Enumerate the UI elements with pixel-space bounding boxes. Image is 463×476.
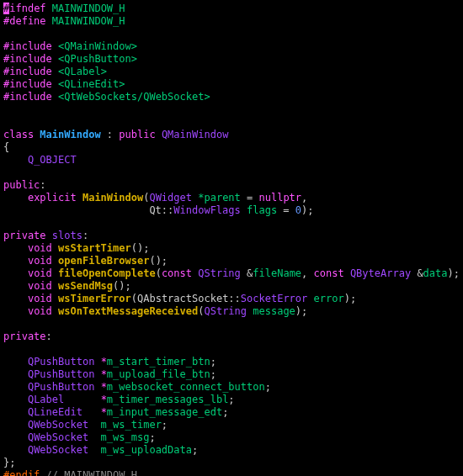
nullptr: nullptr xyxy=(259,192,302,204)
q-object-macro: Q_OBJECT xyxy=(28,154,77,166)
include-path-0: <QMainWindow> xyxy=(58,40,137,52)
brace-close: }; xyxy=(3,457,15,468)
ptr-star: * xyxy=(101,406,107,418)
kw-explicit: explicit xyxy=(28,192,77,204)
member-type: QPushButton xyxy=(28,368,94,380)
include-path-4: <QtWebSockets/QWebSocket> xyxy=(58,91,210,103)
constructor: MainWindow xyxy=(82,192,143,204)
section-private-2: private xyxy=(3,331,46,342)
pp-endif: #endif xyxy=(3,469,40,476)
kw-public: public xyxy=(119,129,155,140)
member-type: QLabel xyxy=(28,394,64,405)
brace-open: { xyxy=(3,141,9,153)
guard-macro-2: MAINWINDOW_H xyxy=(52,15,125,27)
member-name: m_ws_timer xyxy=(101,419,162,431)
member-name: m_ws_msg xyxy=(101,431,150,443)
ns-qt: Qt xyxy=(149,204,161,216)
section-private: private xyxy=(3,230,46,241)
section-public: public xyxy=(3,179,40,191)
ptr-star: * xyxy=(101,394,107,405)
endif-comment: // MAINWINDOW_H xyxy=(46,469,137,476)
ptr-star: * xyxy=(101,381,107,393)
slot-fileOpenComplete: fileOpenComplete xyxy=(58,267,156,279)
pp-define: #define xyxy=(3,15,46,27)
kw-slots: slots xyxy=(52,230,82,241)
pp-ifndef: ifndef xyxy=(9,3,45,14)
class-name: MainWindow xyxy=(40,129,100,140)
member-type: QWebSocket xyxy=(28,431,88,443)
member-type: QLineEdit xyxy=(28,406,82,418)
guard-macro: MAINWINDOW_H xyxy=(52,3,125,14)
slot-wsStartTimer: wsStartTimer xyxy=(58,242,131,254)
member-type: QPushButton xyxy=(28,381,94,393)
include-path-1: <QPushButton> xyxy=(58,53,137,65)
member-type: QWebSocket xyxy=(28,444,88,456)
member-name: m_ws_uploadData xyxy=(101,444,192,456)
member-name: m_input_message_edt xyxy=(107,406,222,418)
pp-include: #include xyxy=(3,66,52,77)
member-type: QWebSocket xyxy=(28,419,88,431)
member-name: m_websocket_connect_button xyxy=(107,381,265,393)
slot-wsOnTextMessageReceived: wsOnTextMessageReceived xyxy=(58,305,198,317)
ptr-star: * xyxy=(101,356,107,368)
include-path-2: <QLabel> xyxy=(58,66,107,77)
member-type: QPushButton xyxy=(28,356,94,368)
param-parent: *parent xyxy=(198,192,241,204)
member-name: m_upload_file_btn xyxy=(107,368,210,380)
slot-wsTimerError: wsTimerError xyxy=(58,293,131,304)
slot-wsSendMsg: wsSendMsg xyxy=(58,280,113,292)
base-class: QMainWindow xyxy=(162,129,228,140)
pp-include: #include xyxy=(3,78,52,90)
ptr-star: * xyxy=(101,368,107,380)
type-windowflags: WindowFlags xyxy=(173,204,240,216)
pp-include: #include xyxy=(3,40,52,52)
pp-include: #include xyxy=(3,91,52,103)
include-path-3: <QLineEdit> xyxy=(58,78,125,90)
slot-openFileBrowser: openFileBrowser xyxy=(58,255,149,267)
param-flags: flags xyxy=(247,204,277,216)
kw-class: class xyxy=(3,129,34,140)
pp-include: #include xyxy=(3,53,52,65)
member-name: m_timer_messages_lbl xyxy=(107,394,229,405)
type-qwidget: QWidget xyxy=(149,192,192,204)
code-editor: #ifndef MAINWINDOW_H #define MAINWINDOW_… xyxy=(0,0,463,476)
literal-zero: 0 xyxy=(295,204,301,216)
member-name: m_start_timer_btn xyxy=(107,356,210,368)
